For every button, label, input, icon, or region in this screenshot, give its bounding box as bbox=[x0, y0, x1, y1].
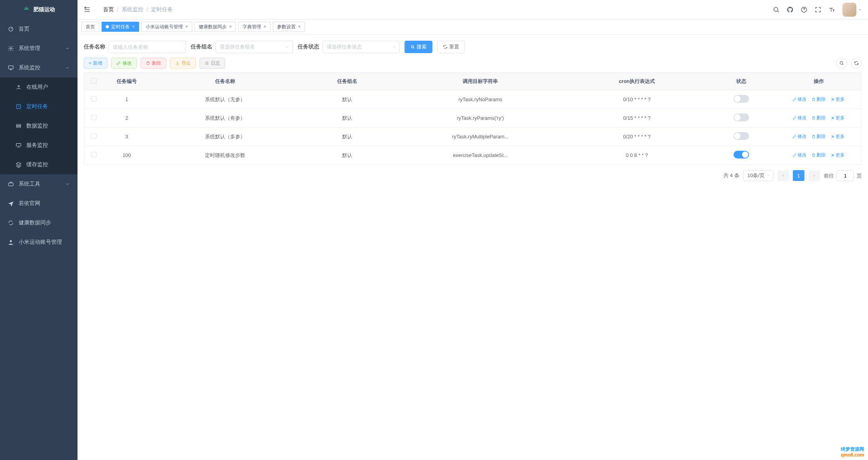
row-edit-link[interactable]: 修改 bbox=[792, 133, 807, 140]
export-button[interactable]: 导出 bbox=[170, 58, 196, 69]
page-jump: 前往 页 bbox=[824, 170, 862, 181]
page-number-current[interactable]: 1 bbox=[793, 170, 804, 181]
row-delete-link[interactable]: 删除 bbox=[811, 96, 826, 103]
search-form: 任务名称 任务组名 请选择任务组名 任务状态 请选择任务状态 bbox=[84, 41, 862, 53]
double-arrow-icon bbox=[830, 134, 835, 139]
toggle-search-button[interactable] bbox=[836, 58, 847, 69]
row-more-link[interactable]: 更多 bbox=[830, 115, 845, 121]
sidebar-item-data-monitor[interactable]: 数据监控 bbox=[0, 116, 78, 136]
edit-icon bbox=[792, 134, 797, 139]
tab-label: 首页 bbox=[86, 24, 95, 30]
search-icon[interactable] bbox=[773, 6, 780, 13]
delete-button[interactable]: 删除 bbox=[141, 58, 166, 69]
sidebar-item-home[interactable]: 首页 bbox=[0, 19, 78, 39]
row-edit-link[interactable]: 修改 bbox=[792, 152, 807, 159]
close-icon[interactable]: × bbox=[298, 24, 301, 29]
server-icon bbox=[16, 142, 22, 148]
edit-button[interactable]: 修改 bbox=[111, 58, 137, 69]
sidebar-label: 小米运动账号管理 bbox=[19, 239, 62, 246]
trash-icon bbox=[811, 97, 816, 102]
select-all-checkbox[interactable] bbox=[91, 78, 96, 84]
hamburger-toggle[interactable] bbox=[78, 0, 97, 19]
search-icon bbox=[410, 45, 415, 49]
page-size-select[interactable]: 10条/页 bbox=[743, 170, 773, 181]
next-page-button[interactable] bbox=[808, 170, 820, 181]
row-delete-link[interactable]: 删除 bbox=[811, 115, 826, 121]
table-row: 2 系统默认（有参） 默认 ryTask.ryParams('ry') 0/15… bbox=[84, 109, 861, 127]
page-jump-input[interactable] bbox=[837, 170, 854, 181]
tab-xiaomi[interactable]: 小米运动账号管理× bbox=[141, 22, 192, 32]
status-switch[interactable] bbox=[734, 114, 749, 121]
row-edit-link[interactable]: 修改 bbox=[792, 96, 807, 103]
sidebar-item-online[interactable]: 在线用户 bbox=[0, 78, 78, 97]
row-checkbox[interactable] bbox=[91, 152, 96, 157]
button-label: 重置 bbox=[449, 43, 459, 50]
tab-param[interactable]: 参数设置× bbox=[273, 22, 305, 32]
row-checkbox[interactable] bbox=[91, 96, 96, 102]
close-icon[interactable]: × bbox=[132, 24, 135, 29]
row-more-link[interactable]: 更多 bbox=[830, 152, 845, 159]
github-icon[interactable] bbox=[787, 6, 794, 13]
row-delete-link[interactable]: 删除 bbox=[811, 152, 826, 159]
row-delete-link[interactable]: 删除 bbox=[811, 133, 826, 140]
task-group-select[interactable]: 请选择任务组名 bbox=[215, 41, 293, 53]
cell-name: 系统默认（多参） bbox=[150, 133, 301, 140]
main-area: 首页 / 系统监控 / 定时任务 首页 bbox=[78, 0, 868, 460]
user-icon bbox=[8, 239, 14, 245]
svg-point-3 bbox=[18, 85, 19, 87]
status-switch[interactable] bbox=[734, 151, 749, 159]
table-row: 3 系统默认（多参） 默认 ryTask.ryMultipleParam... … bbox=[84, 127, 861, 146]
button-label: 搜索 bbox=[417, 43, 427, 50]
close-icon[interactable]: × bbox=[229, 24, 232, 29]
row-more-link[interactable]: 更多 bbox=[830, 96, 845, 103]
svg-rect-5 bbox=[17, 124, 21, 126]
log-button[interactable]: 日志 bbox=[200, 58, 225, 69]
tab-dict[interactable]: 字典管理× bbox=[238, 22, 270, 32]
sidebar-label: 定时任务 bbox=[26, 103, 48, 110]
reset-button[interactable]: 重置 bbox=[437, 41, 465, 53]
menu-fold-icon bbox=[83, 6, 91, 14]
sidebar-item-cache-monitor[interactable]: 缓存监控 bbox=[0, 155, 78, 174]
sidebar-item-sys-tool[interactable]: 系统工具 bbox=[0, 174, 78, 194]
tab-home[interactable]: 首页 bbox=[81, 22, 99, 32]
row-checkbox[interactable] bbox=[91, 115, 96, 120]
refresh-table-button[interactable] bbox=[851, 58, 862, 69]
button-label: 新增 bbox=[93, 60, 102, 67]
sidebar-item-service-monitor[interactable]: 服务监控 bbox=[0, 136, 78, 155]
svg-point-12 bbox=[412, 46, 414, 48]
search-button[interactable]: 搜索 bbox=[405, 41, 432, 53]
monitor-icon bbox=[8, 65, 14, 71]
row-edit-link[interactable]: 修改 bbox=[792, 115, 807, 121]
help-icon[interactable] bbox=[801, 6, 808, 13]
status-switch[interactable] bbox=[734, 132, 749, 140]
sidebar-submenu-monitor: 在线用户 定时任务 数据监控 服务监控 缓存监控 bbox=[0, 78, 78, 174]
close-icon[interactable]: × bbox=[185, 24, 188, 29]
status-switch[interactable] bbox=[734, 95, 749, 103]
task-status-select[interactable]: 请选择任务状态 bbox=[322, 41, 400, 53]
breadcrumb-home[interactable]: 首页 bbox=[103, 6, 114, 13]
sidebar-item-sys-manage[interactable]: 系统管理 bbox=[0, 39, 78, 58]
sidebar-item-xiaomi-acct[interactable]: 小米运动账号管理 bbox=[0, 233, 78, 252]
add-button[interactable]: +新增 bbox=[84, 58, 107, 69]
sidebar-item-ruoyi[interactable]: 若依官网 bbox=[0, 194, 78, 213]
tab-health[interactable]: 健康数据同步× bbox=[195, 22, 236, 32]
trash-icon bbox=[811, 116, 816, 120]
close-icon[interactable]: × bbox=[264, 24, 266, 29]
select-placeholder: 请选择任务状态 bbox=[327, 43, 362, 50]
trash-icon bbox=[146, 61, 150, 65]
font-size-icon[interactable] bbox=[828, 6, 835, 13]
sidebar-item-sys-monitor[interactable]: 系统监控 bbox=[0, 58, 78, 78]
user-menu[interactable] bbox=[842, 3, 862, 17]
row-more-link[interactable]: 更多 bbox=[830, 133, 845, 140]
prev-page-button[interactable] bbox=[777, 170, 789, 181]
fullscreen-icon[interactable] bbox=[815, 6, 822, 13]
row-checkbox[interactable] bbox=[91, 133, 96, 139]
tab-job[interactable]: 定时任务× bbox=[102, 22, 139, 32]
task-name-input[interactable] bbox=[108, 41, 186, 53]
sidebar-item-job[interactable]: 定时任务 bbox=[0, 97, 78, 116]
sidebar-label: 系统管理 bbox=[19, 45, 40, 52]
sidebar: 肥猫运动 首页 系统管理 系统监控 bbox=[0, 0, 78, 460]
sidebar-item-health-sync[interactable]: 健康数据同步 bbox=[0, 213, 78, 233]
refresh-icon bbox=[443, 45, 448, 49]
chevron-up-icon bbox=[65, 65, 70, 70]
